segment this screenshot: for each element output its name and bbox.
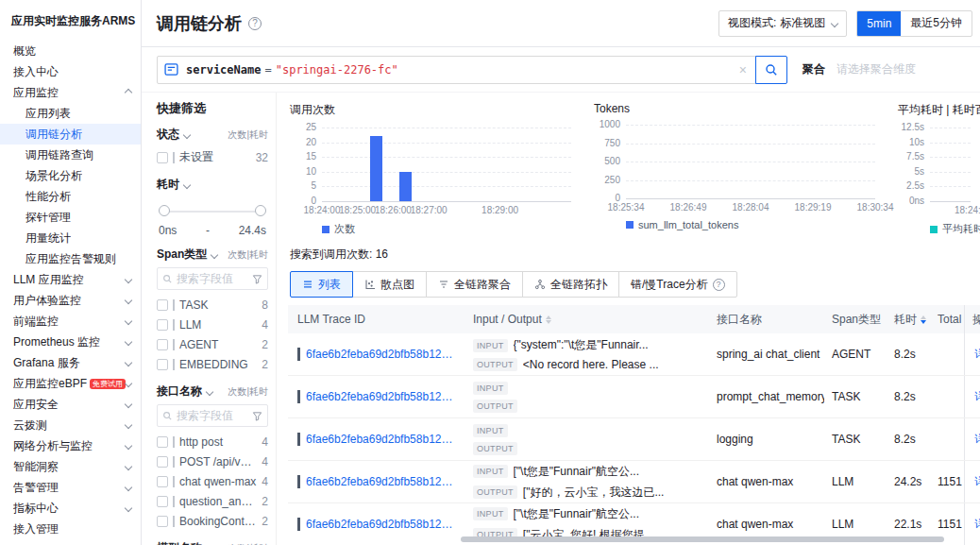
- trace-id-link[interactable]: 6fae6b2feba69d2bfb58b12d5f9c4080: [306, 518, 458, 531]
- sidebar-item[interactable]: 接入中心: [0, 61, 141, 82]
- clear-icon[interactable]: ×: [731, 62, 755, 77]
- sidebar-item[interactable]: 应用列表: [0, 103, 141, 124]
- filter-option[interactable]: http post4: [157, 432, 268, 451]
- time-quick-button[interactable]: 5min: [857, 11, 901, 36]
- chart-legend[interactable]: sum_llm_total_tokens: [626, 219, 885, 230]
- filter-option[interactable]: chat qwen-max4: [157, 471, 268, 491]
- col-total[interactable]: Total: [930, 305, 964, 333]
- sort-desc-icon[interactable]: [921, 315, 926, 324]
- details-link[interactable]: 详情: [974, 347, 980, 363]
- search-button[interactable]: [755, 56, 787, 84]
- sidebar-item[interactable]: 前端监控: [0, 311, 141, 332]
- checkbox[interactable]: [157, 339, 168, 350]
- checkbox[interactable]: [157, 516, 168, 527]
- col-duration[interactable]: 耗时: [887, 305, 930, 333]
- time-range-label[interactable]: 最近5分钟: [901, 11, 972, 36]
- checkbox[interactable]: [157, 319, 168, 331]
- col-input-output[interactable]: Input / Output: [465, 305, 709, 333]
- checkbox[interactable]: [157, 496, 168, 507]
- duration-slider[interactable]: [159, 202, 266, 221]
- col-trace-id[interactable]: LLM Trace ID: [288, 305, 465, 333]
- sidebar-item[interactable]: Grafana 服务: [0, 352, 141, 373]
- sidebar-item[interactable]: 应用监控: [0, 82, 141, 103]
- filter-option[interactable]: TASK8: [157, 295, 268, 315]
- tab-full-link-aggregation[interactable]: 全链路聚合: [426, 271, 523, 298]
- sidebar-item[interactable]: 应用安全: [0, 394, 141, 415]
- filter-option-label: question_answer: [179, 495, 257, 508]
- details-link[interactable]: 详情: [974, 432, 980, 448]
- sidebar-item[interactable]: 用量统计: [0, 228, 141, 248]
- trace-id-link[interactable]: 6fae6b2feba69d2bfb58b12d5f9c4080: [306, 433, 458, 446]
- chart-legend[interactable]: 次数: [322, 222, 581, 236]
- sidebar-item[interactable]: 应用监控eBPF版免费试用: [0, 373, 141, 394]
- filter-section-header[interactable]: Span类型次数|耗时: [157, 247, 268, 263]
- sidebar-item[interactable]: 智能洞察: [0, 456, 141, 477]
- filter-option[interactable]: LLM4: [157, 315, 268, 334]
- trace-query-input[interactable]: serviceName="springai-2276-fc" ×: [157, 56, 787, 84]
- tab-list[interactable]: 列表: [290, 271, 353, 298]
- filter-icon[interactable]: [252, 411, 262, 421]
- help-icon[interactable]: ?: [248, 17, 262, 30]
- sidebar-item[interactable]: 告警管理: [0, 477, 141, 498]
- filter-section-header[interactable]: 状态次数|耗时: [157, 127, 268, 143]
- col-interface-name[interactable]: 接口名称: [709, 305, 824, 333]
- chevron-down-icon: [183, 130, 191, 138]
- checkbox[interactable]: [157, 476, 168, 487]
- sort-icon[interactable]: [546, 315, 551, 324]
- trace-id-link[interactable]: 6fae6b2feba69d2bfb58b12d5f9c4080: [306, 348, 458, 361]
- checkbox[interactable]: [157, 436, 168, 448]
- tab-scatter[interactable]: 散点图: [352, 271, 427, 298]
- slider-handle-min[interactable]: [159, 205, 170, 216]
- filter-search-input[interactable]: 搜索字段值: [157, 267, 268, 290]
- slider-handle-max[interactable]: [255, 205, 266, 216]
- query-mode-icon[interactable]: [164, 62, 178, 77]
- col-span-type[interactable]: Span类型: [824, 305, 887, 333]
- sidebar-item[interactable]: 调用链分析: [0, 124, 141, 145]
- details-link[interactable]: 详情: [974, 474, 980, 490]
- sidebar-item[interactable]: 概览: [0, 41, 141, 61]
- sidebar-item[interactable]: LLM 应用监控: [0, 269, 141, 290]
- sidebar-item[interactable]: 场景化分析: [0, 165, 141, 186]
- gridline: [930, 157, 971, 158]
- checkbox[interactable]: [157, 359, 168, 370]
- sidebar-item[interactable]: 指标中心: [0, 498, 141, 519]
- filter-option[interactable]: POST /api/v1/services...4: [157, 451, 268, 471]
- query-text: serviceName="springai-2276-fc": [186, 63, 731, 77]
- sidebar-item[interactable]: 性能分析: [0, 186, 141, 207]
- trace-id-link[interactable]: 6fae6b2feba69d2bfb58b12d5f9c4080: [306, 390, 458, 403]
- filter-option[interactable]: AGENT2: [157, 334, 268, 354]
- checkbox[interactable]: [157, 152, 168, 163]
- filter-option[interactable]: EMBEDDING2: [157, 354, 268, 374]
- trace-id-link[interactable]: 6fae6b2feba69d2bfb58b12d5f9c4080: [306, 475, 458, 488]
- sidebar-item[interactable]: 调用链路查询: [0, 145, 141, 165]
- filter-option[interactable]: 未设置32: [157, 147, 268, 167]
- checkbox[interactable]: [157, 299, 168, 311]
- filter-option[interactable]: question_answer2: [157, 491, 268, 511]
- sidebar-item[interactable]: 云拨测: [0, 415, 141, 435]
- sidebar-item[interactable]: 网络分析与监控: [0, 435, 141, 456]
- result-count-label: 搜索到调用次数:: [290, 247, 372, 261]
- sidebar-item[interactable]: 应用监控告警规则: [0, 248, 141, 269]
- sidebar-item[interactable]: 接入管理: [0, 519, 141, 539]
- filter-section-header[interactable]: 模型名称次数|耗时: [157, 540, 268, 545]
- filter-icon[interactable]: [252, 274, 262, 284]
- details-link[interactable]: 详情: [974, 389, 980, 405]
- chart-legend[interactable]: 平均耗时: [930, 222, 980, 236]
- filter-option[interactable]: BookingController.get...2: [157, 511, 268, 531]
- filter-search-input[interactable]: 搜索字段值: [157, 404, 268, 427]
- sidebar-item[interactable]: 探针管理: [0, 207, 141, 228]
- tab-full-link-topology[interactable]: 全链路拓扑: [522, 271, 619, 298]
- aggregate-select[interactable]: 请选择聚合维度: [836, 61, 916, 77]
- help-icon[interactable]: ?: [713, 279, 725, 291]
- total-tokens-cell: 1151: [930, 461, 964, 502]
- details-link[interactable]: 详情: [974, 517, 980, 533]
- col-duration-label: 耗时: [894, 312, 917, 328]
- sidebar-item[interactable]: Prometheus 监控: [0, 332, 141, 352]
- tab-error-slow-trace[interactable]: 错/慢Trace分析 ?: [618, 271, 737, 298]
- sidebar-item[interactable]: 用户体验监控: [0, 290, 141, 311]
- horizontal-scrollbar[interactable]: [461, 536, 944, 542]
- checkbox[interactable]: [157, 456, 168, 468]
- view-mode-select[interactable]: 视图模式: 标准视图: [718, 10, 847, 37]
- filter-section-header[interactable]: 耗时: [157, 177, 268, 193]
- filter-section-header[interactable]: 接口名称次数|耗时: [157, 383, 268, 400]
